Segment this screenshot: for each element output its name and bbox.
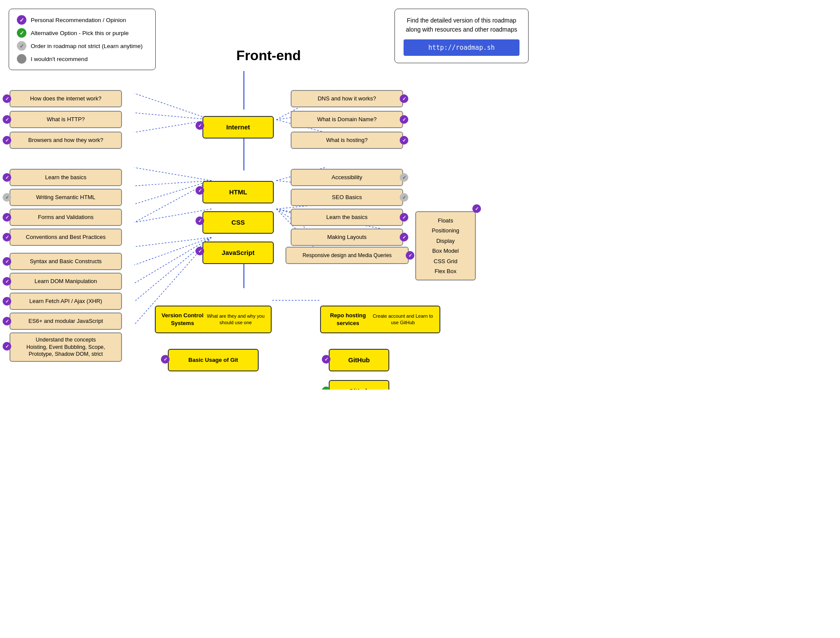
- badge-css: ✓: [196, 216, 204, 225]
- css-item-display: Display: [423, 236, 468, 246]
- roadmap-link[interactable]: http://roadmap.sh: [404, 39, 519, 56]
- badge-concepts: ✓: [3, 342, 11, 351]
- node-http: What is HTTP?: [10, 111, 122, 128]
- legend-item-green: ✓ Alternative Option - Pick this or purp…: [17, 28, 147, 38]
- badge-javascript: ✓: [196, 247, 204, 255]
- badge-dns: ✓: [400, 94, 408, 103]
- info-text: Find the detailed version of this roadma…: [404, 16, 519, 34]
- badge-forms: ✓: [3, 213, 11, 222]
- dark-icon: [17, 54, 26, 64]
- node-dns: DNS and how it works?: [291, 90, 403, 107]
- badge-internet: ✓: [196, 121, 204, 130]
- badge-dom: ✓: [3, 277, 11, 286]
- svg-line-6: [135, 168, 212, 180]
- node-css-basics: Learn the basics: [291, 209, 403, 226]
- node-forms: Forms and Validations: [10, 209, 122, 226]
- badge-seo: ✓: [400, 193, 408, 202]
- node-browsers: Browsers and how they work?: [10, 132, 122, 149]
- badge-html: ✓: [196, 186, 204, 195]
- node-internet: Internet: [202, 116, 274, 139]
- node-layouts: Making Layouts: [291, 229, 403, 246]
- badge-html-basics: ✓: [3, 173, 11, 182]
- node-html-basics: Learn the basics: [10, 169, 122, 186]
- node-vcs: Version Control Systems What are they an…: [155, 306, 272, 333]
- legend: ✓ Personal Recommendation / Opinion ✓ Al…: [9, 9, 156, 70]
- legend-item-gray: ✓ Order in roadmap not strict (Learn any…: [17, 41, 147, 51]
- legend-item-purple: ✓ Personal Recommendation / Opinion: [17, 15, 147, 25]
- node-gitlab: GitLab: [329, 380, 389, 390]
- css-item-positioning: Positioning: [423, 226, 468, 235]
- info-box: Find the detailed version of this roadma…: [394, 9, 529, 63]
- css-item-grid: CSS Grid: [423, 256, 468, 266]
- node-html: HTML: [202, 181, 274, 203]
- node-css: CSS: [202, 211, 274, 234]
- gray-check-icon: ✓: [17, 41, 26, 51]
- green-check-icon: ✓: [17, 28, 26, 38]
- badge-layouts: ✓: [400, 233, 408, 242]
- badge-domain: ✓: [400, 115, 408, 124]
- legend-text-gray: Order in roadmap not strict (Learn anyti…: [31, 43, 143, 49]
- node-javascript: JavaScript: [202, 242, 274, 264]
- node-conventions: Conventions and Best Practices: [10, 229, 122, 246]
- badge-es6: ✓: [3, 317, 11, 325]
- legend-item-dark: I wouldn't recommend: [17, 54, 147, 64]
- node-seo: SEO Basics: [291, 189, 403, 206]
- css-sub-list: Floats Positioning Display Box Model CSS…: [415, 211, 476, 280]
- badge-css-sublist: ✓: [472, 204, 481, 213]
- node-internet-work: How does the internet work?: [10, 90, 122, 107]
- svg-line-1: [135, 113, 212, 120]
- node-github: GitHub: [329, 349, 389, 371]
- node-semantic: Writing Semantic HTML: [10, 189, 122, 206]
- badge-git: ✓: [161, 355, 170, 364]
- legend-text-dark: I wouldn't recommend: [31, 56, 88, 62]
- node-fetch: Learn Fetch API / Ajax (XHR): [10, 293, 122, 310]
- node-syntax: Syntax and Basic Constructs: [10, 253, 122, 270]
- svg-line-7: [135, 180, 212, 186]
- page-title: Front-end: [236, 48, 301, 64]
- node-es6: ES6+ and modular JavaScript: [10, 313, 122, 330]
- css-item-floats: Floats: [423, 216, 468, 226]
- node-responsive: Responsive design and Media Queries: [285, 247, 409, 264]
- legend-text-purple: Personal Recommendation / Opinion: [31, 17, 126, 23]
- node-dom: Learn DOM Manipulation: [10, 273, 122, 290]
- node-accessibility: Accessibility: [291, 169, 403, 186]
- badge-responsive: ✓: [406, 251, 414, 260]
- node-concepts: Understand the conceptsHoisting, Event B…: [10, 332, 122, 362]
- purple-check-icon: ✓: [17, 15, 26, 25]
- css-item-boxmodel: Box Model: [423, 246, 468, 256]
- badge-browsers: ✓: [3, 136, 11, 145]
- svg-line-18: [135, 237, 212, 247]
- badge-syntax: ✓: [3, 257, 11, 266]
- node-git: Basic Usage of Git: [168, 349, 259, 371]
- badge-github: ✓: [322, 355, 330, 364]
- node-domain: What is Domain Name?: [291, 111, 403, 128]
- svg-line-0: [135, 93, 212, 120]
- badge-accessibility: ✓: [400, 173, 408, 182]
- badge-internet-work: ✓: [3, 94, 11, 103]
- css-item-flexbox: Flex Box: [423, 266, 468, 276]
- legend-text-green: Alternative Option - Pick this or purple: [31, 30, 129, 36]
- svg-line-20: [135, 237, 212, 283]
- badge-semantic: ✓: [3, 193, 11, 202]
- badge-css-basics: ✓: [400, 213, 408, 222]
- badge-fetch: ✓: [3, 297, 11, 306]
- badge-http: ✓: [3, 115, 11, 124]
- node-hosting: What is hosting?: [291, 132, 403, 149]
- node-repo: Repo hosting services Create account and…: [320, 306, 440, 333]
- badge-conventions: ✓: [3, 233, 11, 242]
- badge-hosting: ✓: [400, 136, 408, 145]
